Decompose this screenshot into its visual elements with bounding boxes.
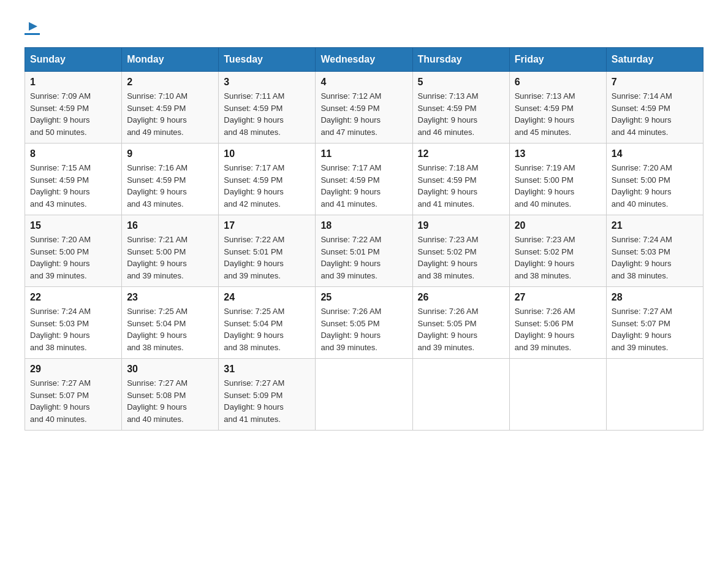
day-cell — [412, 359, 509, 431]
day-info: Sunrise: 7:15 AMSunset: 4:59 PMDaylight:… — [30, 162, 116, 210]
day-info: Sunrise: 7:23 AMSunset: 5:02 PMDaylight:… — [418, 234, 504, 282]
day-cell: 2Sunrise: 7:10 AMSunset: 4:59 PMDaylight… — [122, 72, 219, 144]
day-cell: 8Sunrise: 7:15 AMSunset: 4:59 PMDaylight… — [25, 144, 122, 215]
day-info: Sunrise: 7:16 AMSunset: 4:59 PMDaylight:… — [127, 162, 213, 210]
day-info: Sunrise: 7:14 AMSunset: 4:59 PMDaylight:… — [612, 90, 698, 138]
day-info: Sunrise: 7:09 AMSunset: 4:59 PMDaylight:… — [30, 90, 116, 138]
page-header — [25, 18, 703, 35]
weekday-header-monday: Monday — [122, 48, 219, 72]
day-number: 7 — [612, 77, 698, 88]
day-info: Sunrise: 7:20 AMSunset: 5:00 PMDaylight:… — [30, 234, 116, 282]
day-cell: 15Sunrise: 7:20 AMSunset: 5:00 PMDayligh… — [25, 215, 122, 287]
day-number: 8 — [30, 148, 116, 159]
day-number: 29 — [30, 364, 116, 375]
day-cell — [316, 359, 412, 431]
day-number: 10 — [224, 148, 310, 159]
week-row-3: 15Sunrise: 7:20 AMSunset: 5:00 PMDayligh… — [25, 215, 703, 287]
day-info: Sunrise: 7:10 AMSunset: 4:59 PMDaylight:… — [127, 90, 213, 138]
day-cell: 3Sunrise: 7:11 AMSunset: 4:59 PMDaylight… — [219, 72, 316, 144]
day-cell: 1Sunrise: 7:09 AMSunset: 4:59 PMDaylight… — [25, 72, 122, 144]
day-info: Sunrise: 7:17 AMSunset: 4:59 PMDaylight:… — [224, 162, 310, 210]
day-cell: 16Sunrise: 7:21 AMSunset: 5:00 PMDayligh… — [122, 215, 219, 287]
day-info: Sunrise: 7:21 AMSunset: 5:00 PMDaylight:… — [127, 234, 213, 282]
day-cell: 7Sunrise: 7:14 AMSunset: 4:59 PMDaylight… — [606, 72, 703, 144]
day-number: 31 — [224, 364, 310, 375]
day-info: Sunrise: 7:12 AMSunset: 4:59 PMDaylight:… — [320, 90, 407, 138]
day-cell: 5Sunrise: 7:13 AMSunset: 4:59 PMDaylight… — [412, 72, 509, 144]
day-info: Sunrise: 7:18 AMSunset: 4:59 PMDaylight:… — [418, 162, 504, 210]
day-info: Sunrise: 7:11 AMSunset: 4:59 PMDaylight:… — [224, 90, 310, 138]
day-number: 17 — [224, 220, 310, 231]
day-cell: 14Sunrise: 7:20 AMSunset: 5:00 PMDayligh… — [606, 144, 703, 215]
day-cell: 29Sunrise: 7:27 AMSunset: 5:07 PMDayligh… — [25, 359, 122, 431]
day-number: 2 — [127, 77, 213, 88]
day-cell: 31Sunrise: 7:27 AMSunset: 5:09 PMDayligh… — [219, 359, 316, 431]
calendar-table: SundayMondayTuesdayWednesdayThursdayFrid… — [25, 47, 703, 431]
day-cell: 12Sunrise: 7:18 AMSunset: 4:59 PMDayligh… — [412, 144, 509, 215]
weekday-header-sunday: Sunday — [25, 48, 122, 72]
day-cell: 26Sunrise: 7:26 AMSunset: 5:05 PMDayligh… — [412, 287, 509, 359]
day-cell — [509, 359, 606, 431]
day-cell: 9Sunrise: 7:16 AMSunset: 4:59 PMDaylight… — [122, 144, 219, 215]
day-number: 6 — [515, 77, 601, 88]
day-info: Sunrise: 7:26 AMSunset: 5:05 PMDaylight:… — [320, 305, 407, 353]
day-info: Sunrise: 7:27 AMSunset: 5:07 PMDaylight:… — [612, 305, 698, 353]
weekday-header-saturday: Saturday — [606, 48, 703, 72]
day-info: Sunrise: 7:25 AMSunset: 5:04 PMDaylight:… — [224, 305, 310, 353]
day-info: Sunrise: 7:22 AMSunset: 5:01 PMDaylight:… — [320, 234, 407, 282]
week-row-4: 22Sunrise: 7:24 AMSunset: 5:03 PMDayligh… — [25, 287, 703, 359]
day-number: 16 — [127, 220, 213, 231]
day-cell: 13Sunrise: 7:19 AMSunset: 5:00 PMDayligh… — [509, 144, 606, 215]
day-info: Sunrise: 7:23 AMSunset: 5:02 PMDaylight:… — [515, 234, 601, 282]
day-info: Sunrise: 7:25 AMSunset: 5:04 PMDaylight:… — [127, 305, 213, 353]
day-number: 21 — [612, 220, 698, 231]
day-cell: 20Sunrise: 7:23 AMSunset: 5:02 PMDayligh… — [509, 215, 606, 287]
day-number: 15 — [30, 220, 116, 231]
day-number: 18 — [320, 220, 407, 231]
day-info: Sunrise: 7:17 AMSunset: 4:59 PMDaylight:… — [320, 162, 407, 210]
week-row-5: 29Sunrise: 7:27 AMSunset: 5:07 PMDayligh… — [25, 359, 703, 431]
day-number: 14 — [612, 148, 698, 159]
day-number: 23 — [127, 292, 213, 303]
day-cell: 4Sunrise: 7:12 AMSunset: 4:59 PMDaylight… — [316, 72, 412, 144]
day-cell: 22Sunrise: 7:24 AMSunset: 5:03 PMDayligh… — [25, 287, 122, 359]
day-info: Sunrise: 7:24 AMSunset: 5:03 PMDaylight:… — [30, 305, 116, 353]
weekday-header-friday: Friday — [509, 48, 606, 72]
day-cell: 24Sunrise: 7:25 AMSunset: 5:04 PMDayligh… — [219, 287, 316, 359]
day-cell: 19Sunrise: 7:23 AMSunset: 5:02 PMDayligh… — [412, 215, 509, 287]
day-cell: 25Sunrise: 7:26 AMSunset: 5:05 PMDayligh… — [316, 287, 412, 359]
day-number: 1 — [30, 77, 116, 88]
weekday-header-thursday: Thursday — [412, 48, 509, 72]
week-row-2: 8Sunrise: 7:15 AMSunset: 4:59 PMDaylight… — [25, 144, 703, 215]
day-info: Sunrise: 7:19 AMSunset: 5:00 PMDaylight:… — [515, 162, 601, 210]
day-info: Sunrise: 7:20 AMSunset: 5:00 PMDaylight:… — [612, 162, 698, 210]
logo — [25, 18, 40, 35]
day-number: 13 — [515, 148, 601, 159]
day-info: Sunrise: 7:26 AMSunset: 5:05 PMDaylight:… — [418, 305, 504, 353]
day-info: Sunrise: 7:27 AMSunset: 5:09 PMDaylight:… — [224, 377, 310, 425]
day-number: 26 — [418, 292, 504, 303]
day-info: Sunrise: 7:24 AMSunset: 5:03 PMDaylight:… — [612, 234, 698, 282]
day-cell: 27Sunrise: 7:26 AMSunset: 5:06 PMDayligh… — [509, 287, 606, 359]
day-info: Sunrise: 7:27 AMSunset: 5:08 PMDaylight:… — [127, 377, 213, 425]
day-cell: 6Sunrise: 7:13 AMSunset: 4:59 PMDaylight… — [509, 72, 606, 144]
day-cell — [606, 359, 703, 431]
logo-arrow-icon — [26, 20, 40, 33]
day-info: Sunrise: 7:27 AMSunset: 5:07 PMDaylight:… — [30, 377, 116, 425]
day-number: 5 — [418, 77, 504, 88]
day-number: 12 — [418, 148, 504, 159]
weekday-header-wednesday: Wednesday — [316, 48, 412, 72]
day-info: Sunrise: 7:13 AMSunset: 4:59 PMDaylight:… — [515, 90, 601, 138]
day-number: 30 — [127, 364, 213, 375]
day-number: 27 — [515, 292, 601, 303]
day-cell: 28Sunrise: 7:27 AMSunset: 5:07 PMDayligh… — [606, 287, 703, 359]
day-cell: 10Sunrise: 7:17 AMSunset: 4:59 PMDayligh… — [219, 144, 316, 215]
weekday-header-tuesday: Tuesday — [219, 48, 316, 72]
svg-marker-0 — [29, 22, 37, 31]
weekday-header-row: SundayMondayTuesdayWednesdayThursdayFrid… — [25, 48, 703, 72]
day-number: 25 — [320, 292, 407, 303]
day-number: 3 — [224, 77, 310, 88]
day-number: 9 — [127, 148, 213, 159]
day-number: 20 — [515, 220, 601, 231]
day-cell: 18Sunrise: 7:22 AMSunset: 5:01 PMDayligh… — [316, 215, 412, 287]
